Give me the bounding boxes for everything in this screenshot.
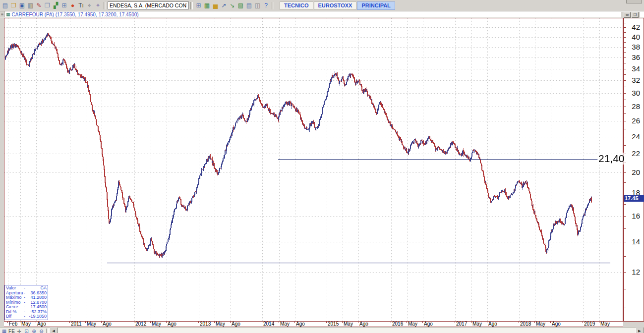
- table-view-icon[interactable]: ⊞: [194, 1, 203, 9]
- edit-icon[interactable]: ✎: [35, 1, 43, 9]
- x-axis-label: Ago: [168, 322, 176, 327]
- link-tool-icon[interactable]: ✦: [94, 1, 102, 9]
- x-axis-tick: [294, 322, 295, 323]
- chart-mode-icon[interactable]: ▦: [0, 328, 8, 333]
- line-chart-down-icon[interactable]: ↘: [228, 1, 236, 9]
- x-axis-tick: [471, 322, 471, 323]
- x-axis-tick: [166, 322, 167, 323]
- x-axis-tick: [20, 322, 20, 323]
- area-chart-icon[interactable]: ▧: [236, 1, 245, 9]
- x-axis-label: Ago: [103, 322, 112, 327]
- y-axis-tick: [624, 47, 626, 48]
- y-axis-label: 38: [632, 43, 640, 51]
- y-axis-tick: [624, 63, 626, 63]
- x-axis-label: May: [472, 322, 482, 327]
- tree-icon[interactable]: ▞: [52, 1, 60, 9]
- file-icon-group: ▤❒▣▥✎❐▞⊞●Tı⌖✦: [1, 1, 102, 9]
- x-axis-label: May: [152, 322, 161, 327]
- print-icon[interactable]: ▥: [26, 1, 35, 9]
- y-axis-tick: [624, 80, 626, 81]
- x-axis-tick: [134, 322, 134, 323]
- chart-window-titlebar: ≣ ▦ CARREFOUR (PA) (17.3550, 17.4950, 17…: [0, 11, 644, 18]
- chart-tool-group: ▦FE✛⊡⊕⊖: [0, 328, 45, 333]
- x-axis-label: May: [280, 322, 290, 327]
- chart-type-icon: ▦: [6, 11, 10, 17]
- workspace-tabs: TECNICOEUROSTOXXPRINCIPAL: [280, 1, 396, 10]
- y-axis-tick: [624, 182, 626, 183]
- window-icon[interactable]: ⊞: [60, 1, 68, 9]
- y-axis-tick: [624, 37, 626, 38]
- y-axis-label: 24: [632, 132, 640, 141]
- indicator-list-icon[interactable]: FE: [8, 328, 15, 333]
- x-axis-label: Ago: [552, 322, 561, 327]
- y-axis-tick: [624, 137, 626, 137]
- pointer-tool-icon[interactable]: ⌖: [85, 1, 94, 9]
- y-axis-label: 22: [632, 149, 640, 158]
- quote-board-icon[interactable]: ▦: [203, 1, 211, 9]
- x-axis-label: 2011: [71, 322, 82, 327]
- help-cursor-icon[interactable]: ?: [262, 1, 270, 9]
- open-folder-icon[interactable]: ❒: [9, 1, 18, 9]
- y-axis-tick: [624, 113, 626, 114]
- y-axis-tick: [624, 129, 626, 129]
- zoom-out-icon[interactable]: ⊖: [38, 328, 45, 333]
- bar-chart-icon[interactable]: ▅: [211, 1, 220, 9]
- zoom-select-icon[interactable]: ⊡: [23, 328, 30, 333]
- x-axis-label: May: [408, 322, 417, 327]
- save-icon[interactable]: ▣: [18, 1, 26, 9]
- x-axis-tick: [262, 322, 262, 323]
- x-axis-label: 2016: [392, 322, 403, 327]
- y-axis-tick: [624, 69, 626, 69]
- zoom-in-icon[interactable]: ⊕: [30, 328, 38, 333]
- toolbar-separator: [272, 2, 274, 9]
- x-axis[interactable]: FebMayAgo2011MayAgo2012MayAgo2013MayAgo2…: [4, 322, 623, 327]
- new-document-icon[interactable]: ▤: [1, 1, 9, 9]
- scroll-right-button[interactable]: ▶: [636, 328, 644, 333]
- chart-icon-group: ⊞▦▅↗↘▧▤◫?: [194, 1, 270, 9]
- copy-icon[interactable]: ❐: [43, 1, 52, 9]
- pan-cross-icon[interactable]: ✛: [15, 328, 23, 333]
- x-axis-tick: [391, 322, 391, 323]
- x-axis-label: May: [87, 322, 96, 327]
- level-price-label: 21,40: [597, 153, 626, 165]
- system-menu-icon[interactable]: ≣: [0, 11, 5, 17]
- report-icon[interactable]: ▤: [245, 1, 253, 9]
- x-axis-tick: [358, 322, 358, 323]
- y-axis-tick: [624, 87, 626, 87]
- y-axis-tick: [624, 23, 626, 23]
- x-axis-tick: [230, 322, 231, 323]
- horizontal-scrollbar-track[interactable]: [58, 328, 636, 333]
- plot-area[interactable]: [4, 18, 623, 322]
- x-axis-tick: [534, 322, 535, 323]
- alarm-icon[interactable]: ●: [68, 1, 77, 9]
- x-axis-tick: [487, 322, 487, 323]
- y-axis-label: 14: [632, 237, 640, 246]
- x-axis-label: May: [216, 322, 225, 327]
- scroll-left-button[interactable]: ◀: [50, 328, 58, 333]
- symbol-input[interactable]: [108, 1, 189, 9]
- toolbar-separator: [190, 2, 193, 9]
- x-axis-label: 2017: [456, 322, 467, 327]
- x-axis-label: May: [344, 322, 353, 327]
- maximize-button[interactable]: ❐: [632, 12, 639, 18]
- x-axis-tick: [342, 322, 343, 323]
- y-axis-label: 28: [632, 102, 640, 111]
- x-axis-label: Ago: [37, 322, 46, 327]
- y-axis-tick: [624, 228, 626, 229]
- last-price-badge: 17.45: [624, 195, 644, 202]
- screen-icon[interactable]: ◫: [253, 1, 262, 9]
- x-axis-tick: [550, 322, 551, 323]
- y-axis-label: 34: [632, 64, 640, 73]
- x-axis-label: May: [21, 322, 31, 327]
- y-axis-label: 36: [632, 53, 640, 61]
- line-chart-up-icon[interactable]: ↗: [220, 1, 228, 9]
- y-axis-tick: [624, 242, 626, 242]
- minimize-button[interactable]: ▭: [624, 12, 631, 18]
- y-axis[interactable]: 12141618202224262830323436384042: [623, 18, 644, 322]
- x-axis-label: 2014: [263, 322, 274, 327]
- y-axis-tick: [624, 145, 626, 146]
- y-axis-tick: [624, 57, 626, 58]
- text-tool-icon[interactable]: Tı: [77, 1, 85, 9]
- price-canvas[interactable]: [4, 18, 623, 321]
- y-axis-label: 16: [632, 212, 640, 220]
